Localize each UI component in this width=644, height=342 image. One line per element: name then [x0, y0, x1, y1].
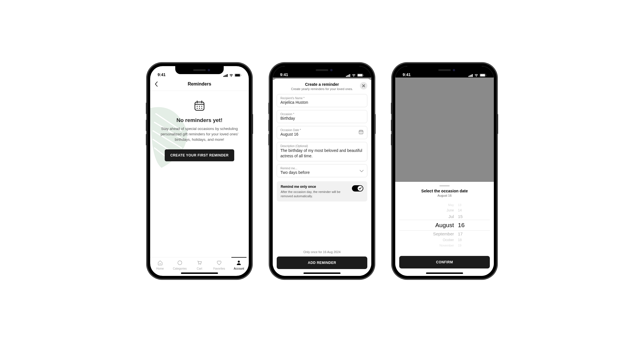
status-icons [468, 74, 486, 77]
tab-account[interactable]: Account [229, 260, 249, 270]
date-wheel-picker[interactable]: May13 June14 Jul15 August16 September17 … [399, 202, 490, 251]
battery-icon [480, 74, 486, 77]
picker-day: 18 [458, 238, 466, 242]
home-indicator[interactable] [426, 272, 463, 274]
create-reminder-sheet: Create a reminder Create yearly reminder… [273, 79, 371, 276]
toggle-knob [358, 186, 363, 191]
field-label: Occasion Date * [280, 129, 364, 132]
tab-categories[interactable]: Categories [170, 260, 189, 270]
screen-create-reminder: 9:41 Create a reminder Create yearly rem… [273, 66, 371, 276]
occasion-date-field[interactable]: Occasion Date * August 16 [277, 126, 367, 139]
person-icon [236, 260, 242, 266]
empty-state: No reminders yet! Stay ahead of special … [150, 91, 249, 257]
svg-rect-25 [363, 75, 364, 76]
svg-rect-1 [225, 75, 225, 77]
status-time: 9:41 [280, 72, 288, 77]
svg-point-30 [360, 133, 360, 133]
svg-rect-39 [486, 75, 486, 76]
occasion-field[interactable]: Occasion * Birthday [277, 110, 367, 123]
categories-icon [177, 260, 183, 266]
picker-title: Select the occasion date [399, 189, 490, 193]
svg-rect-0 [223, 76, 224, 77]
svg-point-27 [360, 132, 360, 133]
tab-label: Account [234, 267, 244, 270]
footer-caption: Only once for 16 Aug 2024 [277, 250, 367, 254]
svg-rect-24 [358, 74, 362, 76]
battery-icon [357, 74, 364, 77]
svg-rect-20 [347, 75, 348, 77]
remind-once-title: Remind me only once [281, 185, 349, 189]
chevron-down-icon [360, 168, 364, 173]
tab-home[interactable]: Home [150, 260, 170, 270]
remind-once-box: Remind me only once After the occasion d… [277, 181, 367, 202]
svg-point-11 [197, 108, 198, 109]
page-title: Reminders [155, 82, 244, 87]
status-time: 9:41 [403, 72, 411, 77]
tab-cart[interactable]: Cart [189, 260, 209, 270]
cart-icon [196, 260, 203, 266]
sheet-footer: Only once for 16 Aug 2024 ADD REMINDER [277, 247, 367, 276]
svg-rect-35 [471, 75, 472, 77]
picker-month-selected: August [423, 222, 454, 229]
svg-rect-34 [470, 75, 470, 77]
notch [175, 66, 224, 74]
top-bar: Reminders [150, 78, 249, 91]
svg-point-8 [197, 106, 198, 107]
recipient-name-field[interactable]: Recipient's Name * Anjelica Huston [277, 94, 367, 107]
svg-point-28 [361, 132, 361, 133]
field-value: Two days before [280, 170, 364, 175]
wifi-icon [474, 74, 478, 77]
svg-rect-5 [235, 74, 240, 76]
svg-rect-6 [241, 75, 241, 76]
picker-day: 19 [458, 244, 466, 247]
svg-point-18 [238, 261, 240, 263]
tab-label: Categories [173, 267, 187, 270]
close-icon [362, 84, 365, 87]
close-button[interactable] [360, 82, 367, 89]
notch [420, 66, 469, 74]
svg-rect-36 [472, 74, 473, 77]
picker-month: September [423, 231, 454, 236]
drag-handle[interactable] [439, 185, 450, 186]
phone-frame-2: 9:41 Create a reminder Create yearly rem… [269, 63, 375, 279]
picker-month: June [423, 208, 454, 212]
create-reminder-button[interactable]: CREATE YOUR FIRST REMINDER [165, 149, 235, 161]
svg-rect-21 [348, 75, 349, 77]
svg-rect-38 [480, 74, 485, 76]
home-indicator[interactable] [303, 272, 341, 274]
date-picker-sheet: Select the occasion date August 16 May13… [395, 182, 494, 276]
picker-subtitle: August 16 [399, 194, 490, 197]
remind-once-desc: After the occasion day, the reminder wil… [281, 190, 349, 198]
picker-day: 13 [458, 203, 466, 207]
remind-once-toggle[interactable] [352, 185, 363, 192]
field-value: Birthday [280, 116, 364, 121]
picker-month: Ocober [423, 238, 454, 242]
picker-month: November [423, 244, 454, 247]
confirm-button[interactable]: CONFIRM [399, 256, 490, 268]
svg-rect-3 [227, 74, 228, 77]
field-label: Recipient's Name * [280, 97, 364, 100]
tab-label: Home [156, 267, 164, 270]
cellular-icon [346, 74, 350, 77]
battery-icon [235, 74, 241, 77]
home-indicator[interactable] [181, 272, 218, 274]
svg-point-31 [361, 133, 361, 133]
picker-day-selected: 16 [458, 222, 466, 229]
description-field[interactable]: Description (Optional) The birthday of m… [277, 142, 367, 161]
tab-favorites[interactable]: Favorites [209, 260, 229, 270]
svg-point-9 [199, 106, 200, 107]
backdrop[interactable] [395, 78, 494, 182]
picker-day: 17 [458, 231, 466, 236]
svg-point-10 [201, 106, 202, 107]
add-reminder-button[interactable]: ADD REMINDER [277, 256, 367, 269]
svg-rect-33 [468, 76, 469, 77]
tab-label: Cart [197, 267, 202, 270]
picker-day: 14 [458, 208, 466, 212]
sheet-subtitle: Create yearly reminders for your loved o… [277, 87, 367, 91]
wifi-icon [229, 74, 233, 77]
check-icon [359, 187, 362, 190]
field-value: Anjelica Huston [280, 100, 364, 105]
field-value: The birthday of my most beloved and beau… [280, 148, 364, 159]
remind-me-field[interactable]: Remind me... Two days before [277, 164, 367, 177]
svg-point-12 [199, 108, 200, 109]
